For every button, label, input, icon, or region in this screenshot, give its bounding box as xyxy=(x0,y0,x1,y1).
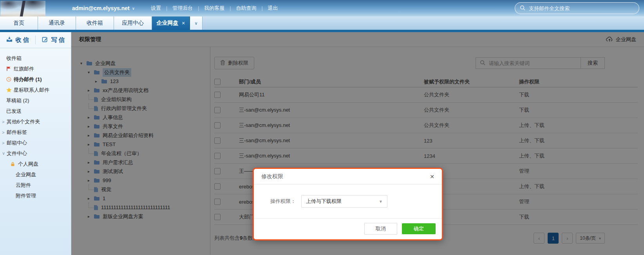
receive-mail-button[interactable]: 收 信 xyxy=(0,32,35,48)
tree-node-年会流程（已审）[interactable]: 年会流程（已审） xyxy=(71,149,210,158)
keyword-search-input[interactable] xyxy=(488,60,576,67)
row-checkbox[interactable] xyxy=(214,214,221,220)
keyword-search-box[interactable] xyxy=(476,57,581,69)
select-all-checkbox[interactable] xyxy=(214,79,221,85)
account-menu[interactable]: admin@cm.elysys.net ∨ xyxy=(72,5,135,11)
tab-通讯录[interactable]: 通讯录 xyxy=(38,16,76,30)
tab-应用中心[interactable]: 应用中心 xyxy=(114,16,152,30)
row-checkbox[interactable] xyxy=(214,199,221,205)
close-icon[interactable]: ✕ xyxy=(430,174,434,180)
tree-node-共享文件[interactable]: ▸共享文件 xyxy=(71,122,210,131)
dialog-footer: 取消 确定 xyxy=(254,218,442,239)
row-checkbox[interactable] xyxy=(214,107,221,113)
chevron-right-icon[interactable]: ▸ xyxy=(88,196,94,201)
tab-收件箱[interactable]: 收件箱 xyxy=(76,16,114,30)
folder-icon xyxy=(94,169,100,174)
row-checkbox[interactable] xyxy=(214,137,221,144)
topbar-link[interactable]: 我的客服 xyxy=(199,5,230,12)
row-checkbox-cell xyxy=(214,214,239,220)
permission-select[interactable]: 上传与下载权限 ▼ xyxy=(301,195,387,208)
sidebar-item-待办邮件 (1)[interactable]: 待办邮件 (1) xyxy=(0,74,71,85)
next-page-button[interactable]: › xyxy=(562,233,573,244)
search-button[interactable]: 搜索 xyxy=(581,57,605,69)
tree-node-网易企业邮箱介绍资料[interactable]: ▸网易企业邮箱介绍资料 xyxy=(71,131,210,140)
tree-node-人事信息[interactable]: ▸人事信息 xyxy=(71,113,210,122)
sidebar-item-企业网盘[interactable]: 企业网盘 xyxy=(0,169,71,180)
chevron-right-icon[interactable]: ▸ xyxy=(88,142,94,146)
tree-node-999[interactable]: ▸999 xyxy=(71,176,210,185)
tab-企业网盘[interactable]: 企业网盘✕ xyxy=(152,16,190,30)
chevron-right-icon[interactable]: ▸ xyxy=(88,214,94,219)
topbar: admin@cm.elysys.net ∨ 设置|管理后台|我的客服|自助查询|… xyxy=(0,0,644,16)
chevron-right-icon[interactable]: ▸ xyxy=(88,133,94,137)
tree-node-行政内部管理文件夹[interactable]: 行政内部管理文件夹 xyxy=(71,104,210,113)
sidebar-item-已发送[interactable]: 已发送 xyxy=(0,106,71,116)
tab-close-icon[interactable]: ✕ xyxy=(181,21,185,26)
current-page-button[interactable]: 1 xyxy=(548,233,559,244)
chevron-down-icon[interactable]: ▾ xyxy=(88,70,94,74)
enterprise-disk-link[interactable]: 企业网盘 xyxy=(606,36,636,43)
sidebar-item-收件箱[interactable]: 收件箱 xyxy=(0,53,71,63)
delete-permission-button[interactable]: 删除权限 xyxy=(214,57,254,69)
row-checkbox[interactable] xyxy=(214,92,221,98)
tab-overflow-button[interactable]: ∨ xyxy=(190,16,203,30)
tree-node-123[interactable]: ▸123 xyxy=(71,77,210,86)
row-checkbox[interactable] xyxy=(214,183,221,190)
topbar-link[interactable]: 退出 xyxy=(263,5,283,12)
chevron-right-icon[interactable]: ▸ xyxy=(88,115,94,119)
mail-search-input[interactable] xyxy=(528,5,620,12)
tree-node-TEST[interactable]: ▸TEST xyxy=(71,140,210,149)
sidebar-item-附件管理[interactable]: 附件管理 xyxy=(0,190,71,201)
tree-node-label: xx产品使用说明文档 xyxy=(103,87,148,94)
table-header-row: 部门/成员被赋予权限的文件夹操作权限 xyxy=(214,77,638,87)
tree-node-企业组织架构[interactable]: 企业组织架构 xyxy=(71,95,210,104)
chevron-down-icon: ∨ xyxy=(2,151,7,156)
page-size-select[interactable]: 10条/页 ▾ xyxy=(576,233,605,244)
sidebar-item-个人网盘[interactable]: 个人网盘 xyxy=(0,159,71,169)
sidebar-item-文件中心[interactable]: ∨文件中心 xyxy=(0,148,71,159)
row-checkbox[interactable] xyxy=(214,122,221,128)
tree-node-企业网盘[interactable]: ▾企业网盘 xyxy=(71,59,210,68)
cancel-button[interactable]: 取消 xyxy=(364,223,397,235)
topbar-link[interactable]: 设置 xyxy=(146,5,166,12)
mail-search-box[interactable] xyxy=(515,2,639,14)
prev-page-button[interactable]: ‹ xyxy=(534,233,545,244)
topbar-link[interactable]: 自助查询 xyxy=(231,5,261,12)
chevron-right-icon[interactable]: ▸ xyxy=(95,79,101,83)
tree-node-1[interactable]: ▸1 xyxy=(71,194,210,203)
topbar-link[interactable]: 管理后台 xyxy=(167,5,198,12)
tree-node-新版企业网盘方案[interactable]: ▸新版企业网盘方案 xyxy=(71,212,210,221)
chevron-down-icon[interactable]: ▾ xyxy=(80,61,86,65)
tree-node-1111111111111111111111111111[interactable]: 1111111111111111111111111111 xyxy=(71,203,210,212)
row-checkbox[interactable] xyxy=(214,153,221,159)
chevron-right-icon[interactable]: ▸ xyxy=(88,169,94,174)
tab-首页[interactable]: 首页 xyxy=(0,16,38,30)
row-checkbox-cell xyxy=(214,137,239,144)
tree-node-label: 企业组织架构 xyxy=(101,96,132,103)
write-mail-button[interactable]: 写 信 xyxy=(36,32,71,48)
column-header: 操作权限 xyxy=(519,78,638,85)
sidebar-item-邮箱中心[interactable]: >邮箱中心 xyxy=(0,137,71,148)
chevron-right-icon[interactable]: ▸ xyxy=(88,178,94,183)
tree-node-测试测试[interactable]: ▸测试测试 xyxy=(71,167,210,176)
tree-node-视觉[interactable]: 视觉 xyxy=(71,185,210,194)
sidebar-item-邮件标签[interactable]: >邮件标签 xyxy=(0,127,71,137)
chevron-right-icon[interactable]: ▸ xyxy=(88,88,94,92)
pagination: ‹ 1 › 10条/页 ▾ xyxy=(534,233,605,244)
sidebar-item-星标联系人邮件[interactable]: 星标联系人邮件 xyxy=(0,85,71,95)
tree-node-用户需求汇总[interactable]: ▸用户需求汇总 xyxy=(71,158,210,167)
tree-node-公共文件夹[interactable]: ▾公共文件夹 xyxy=(71,68,210,77)
chevron-right-icon[interactable]: ▸ xyxy=(88,160,94,165)
sidebar-item-草稿箱 (2)[interactable]: 草稿箱 (2) xyxy=(0,95,71,106)
folder-icon xyxy=(94,178,100,183)
tree-node-xx产品使用说明文档[interactable]: ▸xx产品使用说明文档 xyxy=(71,86,210,95)
tab-label: 企业网盘 xyxy=(156,20,178,27)
folder-cell: 公共文件夹 xyxy=(424,91,519,98)
sidebar-item-云附件[interactable]: 云附件 xyxy=(0,180,71,190)
confirm-button[interactable]: 确定 xyxy=(402,223,436,234)
row-checkbox[interactable] xyxy=(214,168,221,174)
chevron-right-icon[interactable]: ▸ xyxy=(88,124,94,128)
sidebar-item-其他6个文件夹[interactable]: >其他6个文件夹 xyxy=(0,116,71,127)
folder-icon xyxy=(94,133,100,138)
sidebar-item-红旗邮件[interactable]: 红旗邮件 xyxy=(0,63,71,74)
